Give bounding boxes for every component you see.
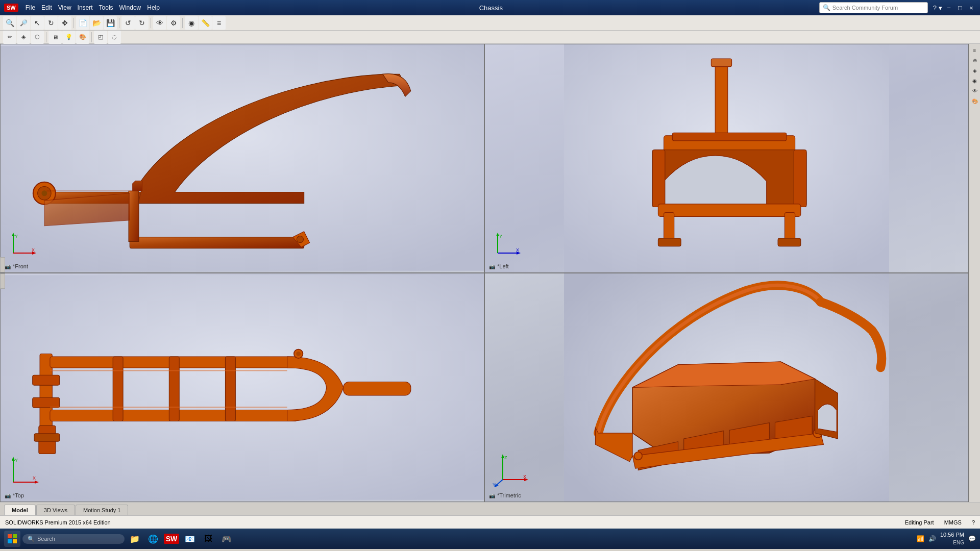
front-axis: Y X xyxy=(8,230,36,258)
options-btn[interactable]: ≡ xyxy=(212,16,226,30)
pan-btn[interactable]: ✥ xyxy=(58,16,71,30)
menu-help[interactable]: Help xyxy=(144,3,163,12)
solidworks-logo: SW xyxy=(4,4,18,12)
light-btn[interactable]: 💡 xyxy=(62,31,76,44)
svg-text:X: X xyxy=(523,474,526,479)
feature-btn[interactable]: ◈ xyxy=(17,31,30,44)
sketch-btn[interactable]: ✏ xyxy=(3,31,16,44)
svg-text:X: X xyxy=(516,247,519,253)
collapse-tab-2[interactable] xyxy=(0,273,5,289)
titlebar-left: SW File Edit View Insert Tools Window He… xyxy=(4,3,163,12)
panel-btn-4[interactable]: ◉ xyxy=(970,76,979,85)
viewport-area: Y X 📷 *Front xyxy=(0,44,969,502)
select-btn[interactable]: ↖ xyxy=(31,16,44,30)
left-axis: Y X xyxy=(493,230,521,258)
view-icon-left: 📷 xyxy=(489,264,495,269)
tab-3dviews[interactable]: 3D Views xyxy=(36,505,75,515)
top-axis: Y X xyxy=(8,454,41,487)
minimize-btn[interactable]: − xyxy=(944,3,953,12)
menu-tools[interactable]: Tools xyxy=(96,3,116,12)
panel-btn-2[interactable]: ⊕ xyxy=(970,56,979,65)
collapse-tab-1[interactable] xyxy=(0,257,5,272)
tab-model[interactable]: Model xyxy=(4,505,36,515)
help-icon[interactable]: ? xyxy=(933,4,937,12)
svg-rect-5 xyxy=(129,191,139,241)
zoom-in-btn[interactable]: 🔍 xyxy=(3,16,16,30)
zoom-out-btn[interactable]: 🔎 xyxy=(17,16,30,30)
viewport-trimetric[interactable]: Z X Y 📷 *Trimetric xyxy=(484,273,969,502)
arrow-icon[interactable]: ▾ xyxy=(939,4,942,12)
section-btn[interactable]: ◰ xyxy=(94,31,107,44)
tab-motion[interactable]: Motion Study 1 xyxy=(76,505,128,515)
taskbar-app1[interactable]: SW xyxy=(163,531,180,547)
assembly-btn[interactable]: ⬡ xyxy=(31,31,44,44)
help-btn[interactable]: ? xyxy=(972,519,975,525)
search-input[interactable] xyxy=(832,5,924,11)
menu-window[interactable]: Window xyxy=(116,3,144,12)
display-btn[interactable]: 🖥 xyxy=(48,31,62,44)
redo-btn[interactable]: ↻ xyxy=(135,16,149,30)
svg-marker-52 xyxy=(35,481,39,484)
viewport-left[interactable]: Y X 📷 *Left xyxy=(484,44,969,273)
front-view-svg xyxy=(1,44,484,272)
svg-rect-68 xyxy=(8,539,12,543)
panel-btn-5[interactable]: 👁 xyxy=(970,86,979,95)
viewport-top[interactable]: Y X 📷 *Top xyxy=(0,273,484,502)
save-btn[interactable]: 💾 xyxy=(104,16,117,30)
status-bar: SOLIDWORKS Premium 2015 x64 Edition Edit… xyxy=(0,515,980,529)
menu-edit[interactable]: Edit xyxy=(38,3,55,12)
taskbar-file-explorer[interactable]: 📁 xyxy=(127,531,143,547)
rotate-btn[interactable]: ↻ xyxy=(44,16,58,30)
view-icon-front: 📷 xyxy=(5,264,11,269)
panel-btn-1[interactable]: ≡ xyxy=(970,45,979,55)
restore-btn[interactable]: □ xyxy=(955,3,965,12)
taskbar-chrome[interactable]: 🌐 xyxy=(145,531,161,547)
svg-text:Y: Y xyxy=(15,234,18,239)
render-btn[interactable]: ◉ xyxy=(185,16,198,30)
tray-notification[interactable]: 💬 xyxy=(968,535,976,542)
menu-file[interactable]: File xyxy=(22,3,38,12)
svg-text:Z: Z xyxy=(504,455,507,460)
material-btn[interactable]: 🎨 xyxy=(76,31,89,44)
taskbar-app3[interactable]: 🖼 xyxy=(200,531,216,547)
svg-text:Y: Y xyxy=(493,482,496,487)
open-btn[interactable]: 📂 xyxy=(90,16,103,30)
menu-insert[interactable]: Insert xyxy=(75,3,96,12)
svg-rect-66 xyxy=(8,534,12,538)
new-btn[interactable]: 📄 xyxy=(76,16,89,30)
close-btn[interactable]: × xyxy=(967,3,976,12)
menu-view[interactable]: View xyxy=(55,3,75,12)
top-view-label: 📷 *Top xyxy=(5,492,24,498)
secondary-toolbar: ✏ ◈ ⬡ 🖥 💡 🎨 ◰ ◌ xyxy=(0,31,980,44)
taskbar-search[interactable]: 🔍 Search xyxy=(22,534,125,544)
sep2 xyxy=(119,18,119,28)
svg-point-3 xyxy=(41,190,47,196)
undo-btn[interactable]: ↺ xyxy=(121,16,135,30)
search-box[interactable]: 🔍 xyxy=(819,2,928,13)
svg-rect-67 xyxy=(13,534,17,538)
svg-rect-34 xyxy=(33,375,60,385)
right-panel: ≡ ⊕ ◈ ◉ 👁 🎨 xyxy=(969,44,980,502)
panel-btn-6[interactable]: 🎨 xyxy=(970,96,979,106)
svg-rect-17 xyxy=(672,133,787,141)
settings-btn[interactable]: ⚙ xyxy=(167,16,180,30)
measure-btn[interactable]: 📏 xyxy=(199,16,212,30)
hide-btn[interactable]: ◌ xyxy=(108,31,121,44)
taskbar-right: 📶 🔊 10:56 PM ENG 💬 xyxy=(917,531,976,546)
svg-rect-14 xyxy=(715,62,728,141)
viewport-front[interactable]: Y X 📷 *Front xyxy=(0,44,484,273)
view-icon-top: 📷 xyxy=(5,493,11,498)
sw-edition: SOLIDWORKS Premium 2015 x64 Edition xyxy=(5,519,111,525)
view-btn[interactable]: 👁 xyxy=(153,16,166,30)
trimetric-view-svg xyxy=(485,273,968,502)
left-view-label: 📷 *Left xyxy=(489,263,509,269)
svg-point-43 xyxy=(296,352,301,356)
tray-volume[interactable]: 🔊 xyxy=(928,535,936,542)
tray-network[interactable]: 📶 xyxy=(917,535,924,542)
windows-taskbar: 🔍 Search 📁 🌐 SW 📧 🖼 🎮 📶 🔊 10:56 PM ENG xyxy=(0,529,980,549)
taskbar-app4[interactable]: 🎮 xyxy=(218,531,235,547)
windows-start-btn[interactable] xyxy=(4,531,20,547)
panel-btn-3[interactable]: ◈ xyxy=(970,66,979,75)
taskbar-app2[interactable]: 📧 xyxy=(182,531,198,547)
search-icon: 🔍 xyxy=(823,4,830,11)
